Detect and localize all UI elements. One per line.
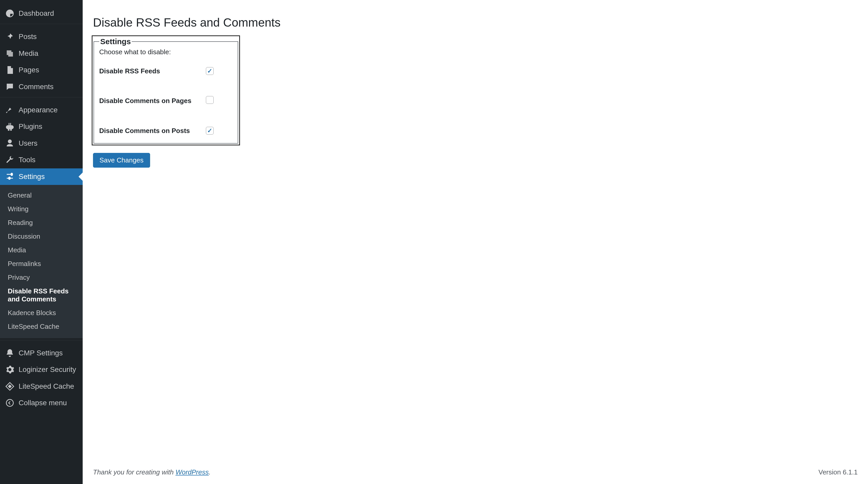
svg-point-0	[6, 399, 13, 407]
submenu-item-reading[interactable]: Reading	[0, 216, 83, 230]
submenu-item-permalinks[interactable]: Permalinks	[0, 257, 83, 271]
sidebar-item-label: CMP Settings	[19, 348, 63, 358]
checkbox-disable-comments-pages[interactable]	[206, 96, 214, 104]
submenu-item-disable-rss[interactable]: Disable RSS Feeds and Comments	[0, 284, 83, 306]
sidebar-item-plugins[interactable]: Plugins	[0, 118, 83, 135]
option-label: Disable RSS Feeds	[99, 67, 160, 75]
option-row-disable-comments-pages: Disable Comments on Pages	[99, 95, 232, 106]
submenu-item-general[interactable]: General	[0, 189, 83, 202]
sidebar-item-label: Comments	[19, 82, 54, 91]
footer-version: Version 6.1.1	[818, 468, 858, 476]
option-label: Disable Comments on Pages	[99, 97, 191, 105]
sidebar-item-label: Loginizer Security	[19, 365, 76, 374]
settings-hint: Choose what to disable:	[99, 48, 232, 56]
menu-separator	[0, 24, 83, 26]
menu-separator	[0, 97, 83, 100]
option-row-disable-comments-posts: Disable Comments on Posts	[99, 126, 232, 135]
submenu-item-discussion[interactable]: Discussion	[0, 230, 83, 243]
collapse-menu-label: Collapse menu	[19, 398, 67, 408]
submenu-item-privacy[interactable]: Privacy	[0, 271, 83, 284]
sidebar-item-label: Settings	[19, 172, 45, 181]
checkbox-disable-rss[interactable]	[206, 67, 214, 75]
sidebar-item-label: Pages	[19, 65, 39, 75]
sidebar-item-comments[interactable]: Comments	[0, 78, 83, 95]
collapse-menu[interactable]: Collapse menu	[0, 395, 83, 411]
submenu-item-media[interactable]: Media	[0, 243, 83, 257]
option-row-disable-rss: Disable RSS Feeds	[99, 66, 232, 76]
dashboard-icon	[5, 9, 14, 18]
settings-submenu: General Writing Reading Discussion Media…	[0, 185, 83, 338]
sidebar-item-label: Tools	[19, 155, 35, 164]
sidebar-item-litespeed-cache[interactable]: LiteSpeed Cache	[0, 378, 83, 395]
users-icon	[5, 139, 14, 148]
sidebar-item-loginizer[interactable]: Loginizer Security	[0, 361, 83, 378]
sidebar-item-label: Media	[19, 49, 38, 58]
comments-icon	[5, 82, 14, 91]
menu-separator	[0, 340, 83, 343]
sidebar-item-media[interactable]: Media	[0, 45, 83, 62]
page-title: Disable RSS Feeds and Comments	[93, 15, 858, 29]
sidebar-item-cmp[interactable]: CMP Settings	[0, 345, 83, 361]
checkbox-disable-comments-posts[interactable]	[206, 127, 214, 135]
footer-thanks: Thank you for creating with WordPress.	[93, 468, 211, 476]
pages-icon	[5, 65, 14, 75]
litespeed-icon	[5, 382, 14, 391]
appearance-icon	[5, 105, 14, 115]
gear-icon	[5, 365, 14, 374]
settings-fieldset: Settings Choose what to disable: Disable…	[94, 37, 238, 143]
plugin-icon	[5, 122, 14, 131]
save-button[interactable]: Save Changes	[93, 153, 150, 168]
option-label: Disable Comments on Posts	[99, 127, 190, 135]
sidebar-item-pages[interactable]: Pages	[0, 62, 83, 78]
sidebar-item-users[interactable]: Users	[0, 135, 83, 152]
settings-legend: Settings	[99, 37, 132, 46]
sidebar-item-tools[interactable]: Tools	[0, 152, 83, 168]
media-icon	[5, 49, 14, 58]
admin-footer: Thank you for creating with WordPress. V…	[83, 463, 868, 484]
sidebar-item-label: LiteSpeed Cache	[19, 382, 74, 391]
sidebar-item-label: Posts	[19, 32, 37, 41]
sidebar-item-label: Users	[19, 139, 37, 148]
admin-sidebar: Dashboard Posts Media Pages Comments App…	[0, 0, 83, 484]
sidebar-item-label: Dashboard	[19, 9, 54, 18]
sidebar-item-label: Appearance	[19, 105, 58, 115]
collapse-icon	[5, 398, 14, 408]
tools-icon	[5, 155, 14, 164]
submenu-item-litespeed[interactable]: LiteSpeed Cache	[0, 320, 83, 333]
sidebar-item-posts[interactable]: Posts	[0, 28, 83, 45]
sidebar-item-label: Plugins	[19, 122, 42, 131]
pin-icon	[5, 32, 14, 41]
sidebar-item-settings[interactable]: Settings	[0, 168, 83, 185]
content-area: Disable RSS Feeds and Comments Settings …	[83, 0, 868, 484]
sidebar-item-dashboard[interactable]: Dashboard	[0, 5, 83, 22]
bell-icon	[5, 348, 14, 358]
settings-icon	[5, 172, 14, 181]
submenu-item-writing[interactable]: Writing	[0, 202, 83, 216]
submenu-item-kadence[interactable]: Kadence Blocks	[0, 306, 83, 320]
sidebar-item-appearance[interactable]: Appearance	[0, 102, 83, 118]
wordpress-link[interactable]: WordPress	[176, 468, 209, 476]
